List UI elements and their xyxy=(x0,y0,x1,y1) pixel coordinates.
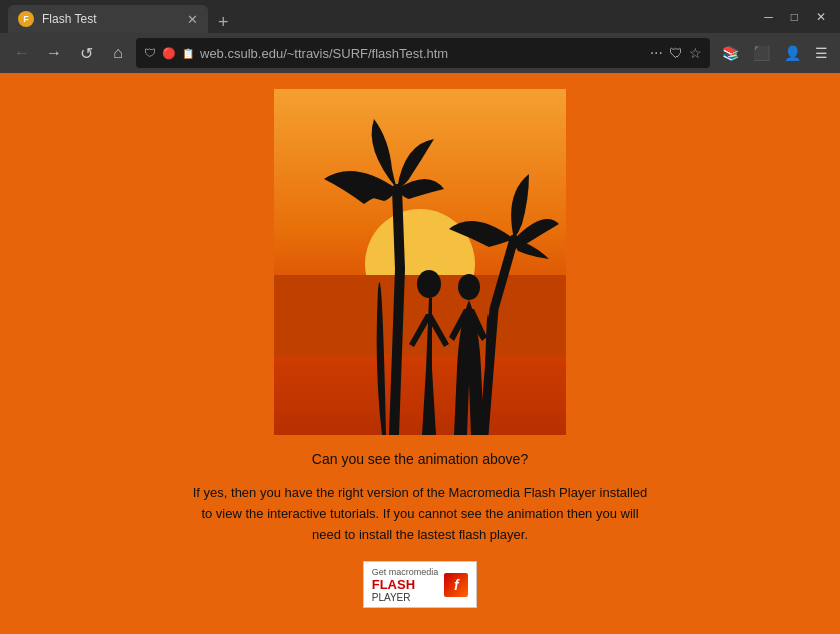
svg-point-0 xyxy=(417,270,441,298)
nav-extra: 📚 ⬛ 👤 ☰ xyxy=(718,41,832,65)
reload-icon: ↺ xyxy=(80,44,93,63)
flash-logo-icon: f xyxy=(444,573,468,597)
menu-icon[interactable]: ☰ xyxy=(811,41,832,65)
bookmark-icon[interactable]: ☆ xyxy=(689,45,702,61)
forward-button[interactable]: → xyxy=(40,39,68,67)
tab-title: Flash Test xyxy=(42,12,179,26)
title-bar: F Flash Test ✕ + ─ □ ✕ xyxy=(0,0,840,33)
active-tab[interactable]: F Flash Test ✕ xyxy=(8,5,208,33)
tab-area: F Flash Test ✕ + xyxy=(8,0,235,33)
new-tab-button[interactable]: + xyxy=(212,12,235,33)
page-content: Can you see the animation above? If yes,… xyxy=(0,73,840,634)
back-icon: ← xyxy=(14,44,30,62)
description-text: If yes, then you have the right version … xyxy=(190,483,650,545)
get-flash-badge[interactable]: Get macromedia FLASH PLAYER f xyxy=(363,561,478,608)
get-macromedia-text: Get macromedia xyxy=(372,567,439,577)
question-text: Can you see the animation above? xyxy=(190,451,650,467)
forward-icon: → xyxy=(46,44,62,62)
navigation-bar: ← → ↺ ⌂ 🛡 🔴 📋 web.csulb.edu/~ttravis/SUR… xyxy=(0,33,840,73)
page-text: Can you see the animation above? If yes,… xyxy=(190,451,650,561)
warning-icon: 🔴 xyxy=(162,47,176,60)
player-word: PLAYER xyxy=(372,592,439,603)
flash-word: FLASH xyxy=(372,577,439,592)
maximize-button[interactable]: □ xyxy=(785,10,804,24)
reload-button[interactable]: ↺ xyxy=(72,39,100,67)
address-text: web.csulb.edu/~ttravis/SURF/flashTest.ht… xyxy=(200,46,644,61)
home-icon: ⌂ xyxy=(113,44,123,62)
close-window-button[interactable]: ✕ xyxy=(810,10,832,24)
flash-badge-text: Get macromedia FLASH PLAYER xyxy=(372,566,439,603)
security-icon: 🛡 xyxy=(144,46,156,60)
back-button[interactable]: ← xyxy=(8,39,36,67)
bookmarks-icon[interactable]: 📚 xyxy=(718,41,743,65)
address-bar[interactable]: 🛡 🔴 📋 web.csulb.edu/~ttravis/SURF/flashT… xyxy=(136,38,710,68)
flash-animation xyxy=(274,89,566,435)
shield-check-icon: 🛡 xyxy=(669,45,683,61)
sync-icon[interactable]: ⬛ xyxy=(749,41,774,65)
svg-point-1 xyxy=(458,274,480,300)
profile-icon[interactable]: 👤 xyxy=(780,41,805,65)
window-controls: ─ □ ✕ xyxy=(758,10,832,24)
more-button[interactable]: ··· xyxy=(650,44,663,62)
protocol-icon: 📋 xyxy=(182,48,194,59)
scene-svg xyxy=(274,89,566,435)
tab-favicon: F xyxy=(18,11,34,27)
minimize-button[interactable]: ─ xyxy=(758,10,779,24)
home-button[interactable]: ⌂ xyxy=(104,39,132,67)
tab-close-button[interactable]: ✕ xyxy=(187,13,198,26)
